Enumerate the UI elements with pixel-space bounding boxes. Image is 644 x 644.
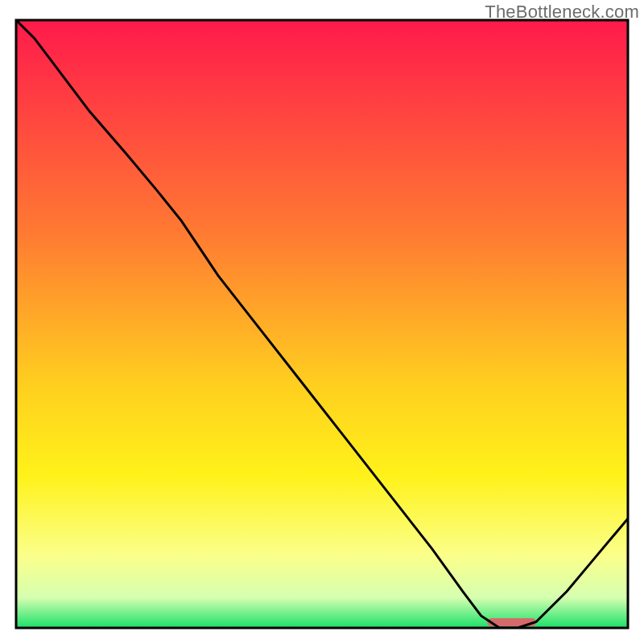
watermark-label: TheBottleneck.com (485, 2, 639, 23)
gradient-background (16, 20, 628, 628)
bottleneck-chart (0, 0, 644, 644)
